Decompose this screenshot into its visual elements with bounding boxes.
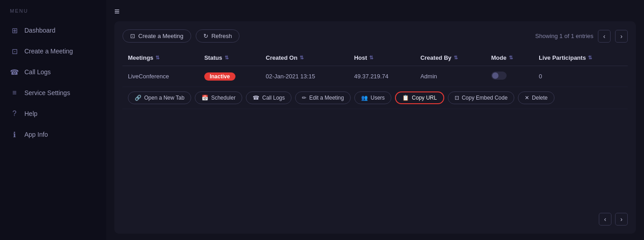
sort-icon-live_participants: ⇅	[588, 55, 592, 60]
copy-url-icon: 📋	[402, 95, 409, 101]
meetings-table: Meetings ⇅ Status ⇅ Created On ⇅ Host ⇅ …	[122, 50, 628, 109]
cell-created_by: Admin	[415, 66, 486, 87]
scheduler-icon: 📅	[202, 95, 208, 101]
sidebar-item-app-info[interactable]: ℹ App Info	[0, 124, 106, 145]
action-users-button[interactable]: 👥Users	[354, 91, 391, 104]
sidebar-item-help[interactable]: ? Help	[0, 103, 106, 124]
cell-status: Inactive	[199, 66, 260, 87]
dashboard-icon: ⊞	[10, 26, 19, 35]
action-copy-embed-code-button[interactable]: ⊡Copy Embed Code	[448, 91, 514, 104]
action-row-tr: 🔗Open a New Tab📅Scheduler☎Call Logs✏Edit…	[122, 87, 628, 109]
panel-toolbar: ⊡ Create a Meeting ↻ Refresh Showing 1 o…	[122, 29, 628, 43]
delete-icon: ✕	[525, 95, 529, 101]
users-icon: 👥	[361, 95, 368, 101]
bottom-pagination: ‹ ›	[122, 213, 628, 226]
sidebar-menu-label: MENU	[0, 8, 106, 20]
table-row: LiveConferenceInactive02-Jan-2021 13:154…	[122, 66, 628, 87]
col-header-status[interactable]: Status ⇅	[199, 50, 260, 66]
sidebar-item-dashboard[interactable]: ⊞ Dashboard	[0, 20, 106, 41]
bottom-pagination-prev-button[interactable]: ‹	[599, 213, 611, 226]
sidebar: MENU ⊞ Dashboard ⊡ Create a Meeting ☎ Ca…	[0, 0, 106, 240]
main-panel: ⊡ Create a Meeting ↻ Refresh Showing 1 o…	[114, 21, 636, 234]
app-info-icon: ℹ	[10, 130, 19, 139]
sidebar-item-service-settings[interactable]: ≡ Service Settings	[0, 82, 106, 103]
col-header-live_participants[interactable]: Live Participants ⇅	[533, 50, 628, 66]
toolbar-left: ⊡ Create a Meeting ↻ Refresh	[122, 29, 240, 43]
sidebar-item-create-meeting[interactable]: ⊡ Create a Meeting	[0, 41, 106, 62]
cell-live_participants: 0	[533, 66, 628, 87]
create-meeting-button[interactable]: ⊡ Create a Meeting	[122, 29, 191, 43]
action-copy-url-button[interactable]: 📋Copy URL	[395, 91, 444, 104]
sidebar-item-label: App Info	[24, 131, 48, 138]
action-row	[122, 109, 628, 118]
table-wrap: Meetings ⇅ Status ⇅ Created On ⇅ Host ⇅ …	[122, 50, 628, 208]
sidebar-item-label: Call Logs	[24, 68, 51, 76]
pagination-next-button[interactable]: ›	[615, 30, 628, 43]
sidebar-item-label: Dashboard	[24, 27, 56, 34]
sidebar-item-label: Help	[24, 110, 38, 117]
col-header-created_by[interactable]: Created By ⇅	[415, 50, 486, 66]
call-logs-icon: ☎	[10, 67, 19, 77]
col-header-meetings[interactable]: Meetings ⇅	[122, 50, 199, 66]
action-edit-meeting-button[interactable]: ✏Edit a Meeting	[295, 91, 351, 104]
mode-toggle[interactable]	[491, 72, 507, 80]
sort-icon-host: ⇅	[369, 55, 373, 60]
main-content: ≡ ⊡ Create a Meeting ↻ Refresh Showing 1…	[106, 0, 644, 240]
sidebar-item-label: Create a Meeting	[24, 48, 73, 55]
edit-meeting-icon: ✏	[302, 95, 306, 101]
action-open-new-tab-button[interactable]: 🔗Open a New Tab	[128, 91, 191, 104]
copy-embed-code-icon: ⊡	[455, 95, 459, 101]
action-cell: 🔗Open a New Tab📅Scheduler☎Call Logs✏Edit…	[122, 87, 628, 109]
action-delete-button[interactable]: ✕Delete	[518, 91, 555, 104]
sidebar-item-label: Service Settings	[24, 89, 70, 96]
cell-mode	[486, 66, 534, 87]
sort-icon-status: ⇅	[225, 55, 229, 60]
call-logs-icon: ☎	[253, 95, 259, 101]
top-bar: ≡	[114, 6, 636, 17]
sort-icon-mode: ⇅	[509, 55, 513, 60]
col-header-created_on[interactable]: Created On ⇅	[260, 50, 348, 66]
action-scheduler-button[interactable]: 📅Scheduler	[195, 91, 242, 104]
pagination-prev-button[interactable]: ‹	[598, 30, 611, 43]
cell-created_on: 02-Jan-2021 13:15	[260, 66, 348, 87]
refresh-button[interactable]: ↻ Refresh	[196, 29, 240, 43]
cell-meetings: LiveConference	[122, 66, 199, 87]
help-icon: ?	[10, 109, 19, 118]
bottom-pagination-next-button[interactable]: ›	[615, 213, 628, 226]
refresh-icon: ↻	[203, 33, 208, 39]
status-badge: Inactive	[204, 72, 235, 81]
service-settings-icon: ≡	[10, 88, 19, 97]
open-new-tab-icon: 🔗	[135, 95, 141, 101]
sidebar-item-call-logs[interactable]: ☎ Call Logs	[0, 62, 106, 82]
cell-host: 49.37.219.74	[348, 66, 415, 87]
sort-icon-meetings: ⇅	[155, 55, 160, 60]
col-header-mode[interactable]: Mode ⇅	[486, 50, 534, 66]
create-meeting-icon: ⊡	[10, 47, 19, 56]
col-header-host[interactable]: Host ⇅	[348, 50, 415, 66]
sort-icon-created_by: ⇅	[454, 55, 458, 60]
pagination-info: Showing 1 of 1 entries ‹ ›	[535, 30, 628, 43]
action-call-logs-button[interactable]: ☎Call Logs	[246, 91, 291, 104]
showing-entries-text: Showing 1 of 1 entries	[535, 33, 593, 39]
create-meeting-icon: ⊡	[130, 33, 135, 39]
sort-icon-created_on: ⇅	[300, 55, 304, 60]
hamburger-icon[interactable]: ≡	[114, 6, 120, 17]
